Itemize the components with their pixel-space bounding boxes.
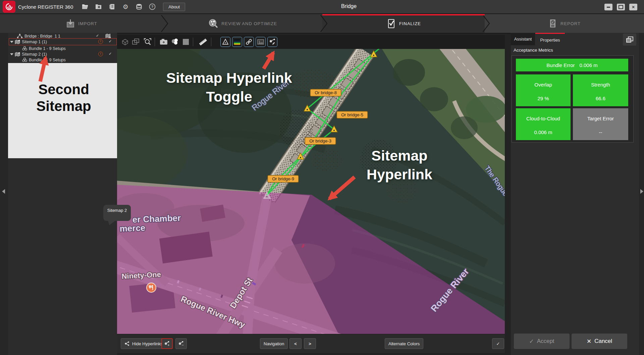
collapse-caret-icon[interactable] xyxy=(10,41,13,43)
help-icon[interactable]: ? xyxy=(149,3,156,10)
map-canvas-region: Rogue River The Rogue R er Chamber merce… xyxy=(117,34,505,353)
next-button[interactable]: > xyxy=(304,338,316,349)
layout-views-icon[interactable] xyxy=(132,38,140,46)
minimize-button[interactable] xyxy=(604,4,612,10)
check-icon[interactable]: ✓ xyxy=(96,34,99,38)
warning-icon: ! xyxy=(98,52,103,56)
tab-report-label: REPORT xyxy=(560,21,581,26)
tab-assistant[interactable]: Assistant xyxy=(511,33,535,45)
restaurant-poi-icon xyxy=(147,283,156,292)
prev-button[interactable]: < xyxy=(289,338,302,349)
sitemap-hyperlink-toggle[interactable] xyxy=(267,37,277,47)
remove-hyperlink-button[interactable]: − xyxy=(175,338,187,349)
svg-text:Or bridge-3: Or bridge-3 xyxy=(309,138,331,143)
check-icon[interactable]: ✓ xyxy=(109,52,112,56)
accept-label: Accept xyxy=(537,338,554,345)
svg-text:+: + xyxy=(168,343,170,347)
tree-item-sitemap1[interactable]: Sitemap 1 (1) ! ✓ xyxy=(9,39,117,45)
hide-hyperlinks-button[interactable]: Hide Hyperlinks xyxy=(121,338,166,349)
toolbar-separator xyxy=(193,38,193,46)
collapse-right-panel-arrow[interactable] xyxy=(640,189,643,194)
maximize-button[interactable] xyxy=(617,4,625,10)
setup-markers-toggle[interactable] xyxy=(220,37,230,47)
cancel-button[interactable]: ✕ Cancel xyxy=(572,334,627,349)
app-window: Cyclone REGISTER 360 ⚙ ? About Bridge ✕ … xyxy=(0,0,644,355)
map-toolbar xyxy=(117,35,505,49)
strength-value: 66.6 xyxy=(573,96,628,101)
bundle-error-value: 0.006 m xyxy=(580,62,598,68)
tab-finalize-label: FINALIZE xyxy=(399,21,421,26)
add-sitemap-icon[interactable] xyxy=(105,34,111,39)
cluster-view-icon[interactable] xyxy=(171,38,179,46)
cloud-to-cloud-value: 0.006 m xyxy=(516,129,571,135)
target-error-tile: Target Error -- xyxy=(573,108,628,140)
tab-report[interactable]: REPORT xyxy=(485,14,644,33)
snapshot-camera-icon[interactable] xyxy=(160,38,168,46)
panel-layout-button[interactable] xyxy=(623,34,636,46)
cancel-x-icon: ✕ xyxy=(587,338,591,345)
storage-icon[interactable] xyxy=(135,3,143,10)
svg-text:Or bridge-5: Or bridge-5 xyxy=(341,112,363,117)
tree-item-label: Bundle 2 - 9 Setups xyxy=(29,58,66,62)
svg-text:−: − xyxy=(182,343,184,347)
hyperlinks-icon xyxy=(124,341,130,346)
map-bottom-toolbar: Hide Hyperlinks + − Navigation < > Alter… xyxy=(117,334,505,353)
accept-button[interactable]: ✓ Accept xyxy=(514,334,570,349)
help-glyph: ? xyxy=(151,5,154,9)
collapse-left-panel-arrow[interactable] xyxy=(2,189,5,194)
confirm-button[interactable]: ✓ xyxy=(492,338,504,349)
alternate-colors-button[interactable]: Alternate Colors xyxy=(385,338,423,349)
target-error-label: Target Error xyxy=(573,116,628,121)
toggle-annotation: Sitemap Hyperlink Toggle xyxy=(155,68,303,106)
measure-ruler-icon[interactable] xyxy=(199,38,207,46)
tree-item-bundle2[interactable]: Bundle 2 - 9 Setups xyxy=(9,57,129,63)
images-toggle[interactable] xyxy=(256,37,266,47)
svg-text:Or bridge-8: Or bridge-8 xyxy=(315,90,337,95)
tab-properties[interactable]: Properties xyxy=(535,33,565,46)
tree-item-bundle1[interactable]: Bundle 1 - 9 Setups xyxy=(9,46,129,51)
cyclone-logo-icon xyxy=(3,1,15,13)
close-project-icon[interactable] xyxy=(95,3,102,10)
svg-text:Or bridge-9: Or bridge-9 xyxy=(272,176,294,181)
title-bar: Cyclone REGISTER 360 ⚙ ? About Bridge ✕ xyxy=(0,0,644,14)
check-icon[interactable]: ✓ xyxy=(109,39,112,44)
bundle-icon xyxy=(22,46,27,51)
tab-finalize[interactable]: FINALIZE xyxy=(322,14,485,33)
zoom-fit-icon[interactable] xyxy=(144,38,152,46)
tab-review-optimize[interactable]: REVIEW AND OPTIMIZE xyxy=(163,14,322,33)
second-sitemap-annotation: Second Sitemap xyxy=(20,81,107,115)
tree-item-label: Bridge : Bridge_1 1 xyxy=(24,34,60,39)
about-button[interactable]: About xyxy=(163,3,185,11)
tree-item-sitemap2[interactable]: Sitemap 2 (1) ! ✓ xyxy=(9,51,117,57)
project-icon xyxy=(17,34,23,39)
collapse-caret-icon[interactable] xyxy=(10,53,13,55)
tab-review-optimize-label: REVIEW AND OPTIMIZE xyxy=(221,21,277,26)
cloud-to-cloud-tile: Cloud-to-Cloud 0.006 m xyxy=(516,108,571,140)
warning-icon: ! xyxy=(98,39,103,44)
fill-square-icon[interactable] xyxy=(182,38,190,46)
flythrough-icon[interactable] xyxy=(121,38,129,46)
close-button[interactable]: ✕ xyxy=(629,4,637,10)
workflow-separator xyxy=(320,14,328,33)
review-icon xyxy=(208,18,218,28)
navigation-mode-button[interactable]: Navigation xyxy=(260,338,288,349)
sitemap-view[interactable]: Rogue River The Rogue R er Chamber merce… xyxy=(117,49,505,334)
add-hyperlink-button[interactable]: + xyxy=(161,338,173,349)
overlap-tile: Overlap 29 % xyxy=(516,74,571,106)
project-title: Bridge xyxy=(322,3,376,9)
open-project-icon[interactable] xyxy=(82,3,89,10)
bundle-error-tile: Bundle Error 0.006 m xyxy=(516,59,628,71)
settings-gear-icon[interactable]: ⚙ xyxy=(122,3,129,10)
overlap-label: Overlap xyxy=(516,82,571,87)
workflow-separator xyxy=(482,14,491,33)
toolbar-separator xyxy=(155,38,155,46)
cloud-to-cloud-label: Cloud-to-Cloud xyxy=(516,116,571,121)
properties-panel: Assistant Properties Acceptance Metrics … xyxy=(511,33,639,355)
hide-hyperlinks-label: Hide Hyperlinks xyxy=(132,341,163,346)
left-panel-gutter xyxy=(0,33,8,355)
tab-import[interactable]: IMPORT xyxy=(0,14,163,33)
links-toggle[interactable] xyxy=(244,37,254,47)
pointcloud-toggle[interactable] xyxy=(232,37,242,47)
sitemap-tooltip-label: Sitemap 2 xyxy=(107,208,127,213)
reports-icon[interactable] xyxy=(108,3,116,10)
